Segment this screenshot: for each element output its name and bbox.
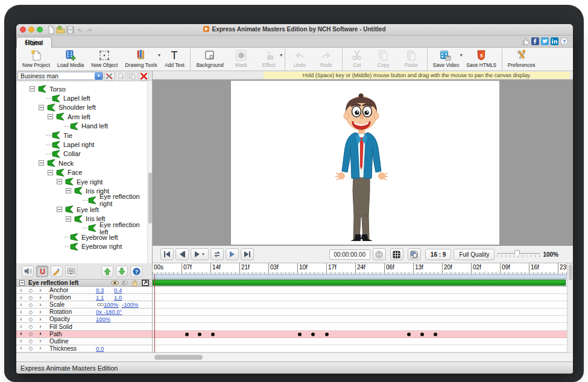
collapse-track-icon[interactable] bbox=[19, 280, 25, 286]
play-button[interactable]: ▼ bbox=[191, 248, 209, 260]
load-media-button[interactable]: Load Media ▼ bbox=[54, 48, 87, 70]
property-value[interactable]: 0.0 bbox=[96, 345, 114, 352]
property-row[interactable]: ‹ ◇ › Position 1.1 1.0 bbox=[16, 294, 152, 301]
add-keyframe-button[interactable]: ◇ bbox=[26, 316, 36, 322]
timeline-ruler[interactable]: 00s 07f 14f 21f 03f 10f 17f 24f 06f 13f … bbox=[153, 263, 567, 272]
canvas-area[interactable] bbox=[153, 80, 573, 246]
drawing-tools-button[interactable]: Drawing Tools ▼ bbox=[121, 48, 160, 70]
go-to-start-button[interactable]: ▼ bbox=[160, 248, 174, 260]
next-keyframe-button[interactable]: › bbox=[36, 324, 45, 330]
preferences-button[interactable]: Preferences ▼ bbox=[502, 48, 539, 70]
expander-minus-icon[interactable] bbox=[30, 86, 35, 92]
tree-item[interactable]: Hand left bbox=[16, 122, 147, 131]
keyframe-dot[interactable] bbox=[420, 333, 424, 336]
timeline-help-button[interactable]: ? bbox=[130, 266, 142, 277]
canvas-character-business-man[interactable] bbox=[330, 93, 393, 242]
expander-minus-icon[interactable] bbox=[66, 188, 71, 193]
property-value[interactable]: 1.0 bbox=[114, 294, 132, 301]
keyframe-dot[interactable] bbox=[325, 333, 329, 336]
property-row[interactable]: ‹ ◇ › Scale 100% -100% bbox=[16, 301, 152, 308]
duplicate-object-button[interactable] bbox=[116, 72, 126, 81]
keyframe-dot[interactable] bbox=[407, 333, 411, 336]
property-row[interactable]: ‹ ◇ › Thickness 0.0 bbox=[16, 345, 152, 352]
save-video-button[interactable]: Save Video ▼ bbox=[427, 48, 463, 70]
timeline-row[interactable] bbox=[153, 316, 567, 323]
add-text-button[interactable]: T Add Text ▼ bbox=[160, 48, 188, 70]
property-row[interactable]: ‹ ◇ › Opacity 100% bbox=[16, 316, 152, 323]
paste-button[interactable]: Paste ▼ bbox=[397, 48, 425, 70]
property-row[interactable]: ‹ ◇ › Rotation 0x -180.0° bbox=[16, 308, 152, 316]
tree-item[interactable]: Eyebrow left bbox=[16, 233, 147, 242]
grid-button[interactable] bbox=[390, 248, 403, 260]
tree-item[interactable]: Face bbox=[16, 168, 147, 177]
property-value[interactable]: 0.4 bbox=[114, 287, 132, 293]
expander-minus-icon[interactable] bbox=[48, 114, 53, 119]
tree-item[interactable]: Torso bbox=[16, 84, 147, 93]
timeline-row[interactable] bbox=[153, 308, 567, 316]
expander-minus-icon[interactable] bbox=[57, 179, 62, 184]
tree-scrollbar[interactable] bbox=[147, 82, 152, 263]
property-row[interactable]: ‹ ◇ › Outline bbox=[16, 338, 152, 345]
keyframe-dot[interactable] bbox=[434, 333, 437, 336]
tree-item[interactable]: Neck bbox=[16, 158, 147, 168]
save-html5-button[interactable]: 5 Save HTML5 ▼ bbox=[463, 48, 500, 70]
previous-keyframe-button[interactable]: ‹ bbox=[16, 295, 26, 301]
timeline-row[interactable] bbox=[153, 345, 567, 352]
tree-item[interactable]: Eye left bbox=[16, 205, 147, 214]
redo-button[interactable]: Redo ▼ bbox=[312, 48, 340, 70]
quality-button[interactable]: Full Quality bbox=[454, 249, 495, 260]
aspect-ratio-button[interactable]: 16 : 9 bbox=[425, 249, 452, 260]
mute-button[interactable] bbox=[22, 266, 34, 277]
add-keyframe-button[interactable]: ◇ bbox=[26, 331, 36, 337]
add-keyframe-button[interactable]: ◇ bbox=[26, 302, 36, 308]
playhead-line[interactable] bbox=[154, 274, 155, 352]
frame-export-button[interactable] bbox=[65, 266, 77, 277]
linkedin-icon[interactable] bbox=[551, 37, 558, 45]
tree-item[interactable]: Lapel left bbox=[16, 93, 147, 102]
undo-button[interactable]: Undo ▼ bbox=[285, 48, 312, 70]
keyframe-dot[interactable] bbox=[298, 333, 302, 336]
previous-keyframe-button[interactable]: ‹ bbox=[16, 324, 26, 330]
tree-item[interactable]: Eyebrow right bbox=[16, 242, 147, 251]
solo-frame-icon[interactable] bbox=[142, 280, 150, 286]
next-keyframe-button[interactable]: › bbox=[36, 338, 45, 344]
timeline-horizontal-scrollbar[interactable] bbox=[16, 352, 573, 362]
next-keyframe-button[interactable]: › bbox=[36, 316, 45, 322]
previous-frame-button[interactable]: ▼ bbox=[175, 248, 189, 260]
timecode-input[interactable] bbox=[329, 249, 370, 260]
tree-item[interactable]: Eye reflection right bbox=[16, 196, 147, 205]
tree-item[interactable]: Tie bbox=[16, 131, 147, 140]
next-keyframe-button[interactable]: › bbox=[36, 309, 45, 315]
help-icon[interactable]: ? bbox=[560, 37, 568, 45]
next-keyframe-button[interactable]: › bbox=[36, 287, 45, 293]
add-keyframe-button[interactable]: ◇ bbox=[26, 324, 36, 330]
previous-keyframe-button[interactable]: ‹ bbox=[16, 331, 26, 337]
onion-skin-button[interactable] bbox=[408, 248, 421, 260]
timeline-row[interactable] bbox=[153, 301, 567, 308]
expander-minus-icon[interactable] bbox=[39, 160, 44, 166]
expander-minus-icon[interactable] bbox=[48, 170, 53, 175]
facebook-icon[interactable] bbox=[531, 37, 539, 45]
move-down-button[interactable] bbox=[116, 266, 128, 277]
previous-keyframe-button[interactable]: ‹ bbox=[16, 309, 26, 315]
add-keyframe-button[interactable]: ◇ bbox=[26, 338, 36, 344]
object-tools-button[interactable] bbox=[104, 72, 115, 81]
property-row[interactable]: ‹ ◇ › Path bbox=[16, 331, 152, 338]
delete-object-button[interactable] bbox=[139, 72, 149, 81]
property-value[interactable]: 100% bbox=[96, 316, 114, 322]
expander-minus-icon[interactable] bbox=[57, 207, 62, 212]
cut-button[interactable]: Cut ▼ bbox=[342, 48, 370, 70]
visibility-eye-icon[interactable] bbox=[111, 280, 119, 286]
timeline-row[interactable] bbox=[153, 338, 567, 345]
magnet-snap-button[interactable]: U bbox=[36, 266, 48, 277]
keyframe-dot[interactable] bbox=[198, 333, 201, 336]
add-keyframe-button[interactable]: ◇ bbox=[26, 287, 36, 293]
tree-item[interactable]: Arm left bbox=[16, 112, 147, 121]
previous-keyframe-button[interactable]: ‹ bbox=[16, 345, 26, 351]
property-value[interactable]: 0x -180.0° bbox=[96, 308, 114, 315]
background-button[interactable]: Background ▼ bbox=[190, 48, 227, 70]
next-keyframe-button[interactable]: › bbox=[36, 331, 45, 337]
lock-icon[interactable] bbox=[131, 280, 139, 286]
previous-keyframe-button[interactable]: ‹ bbox=[16, 302, 26, 308]
timeline-vertical-scrollbar[interactable] bbox=[567, 263, 573, 352]
